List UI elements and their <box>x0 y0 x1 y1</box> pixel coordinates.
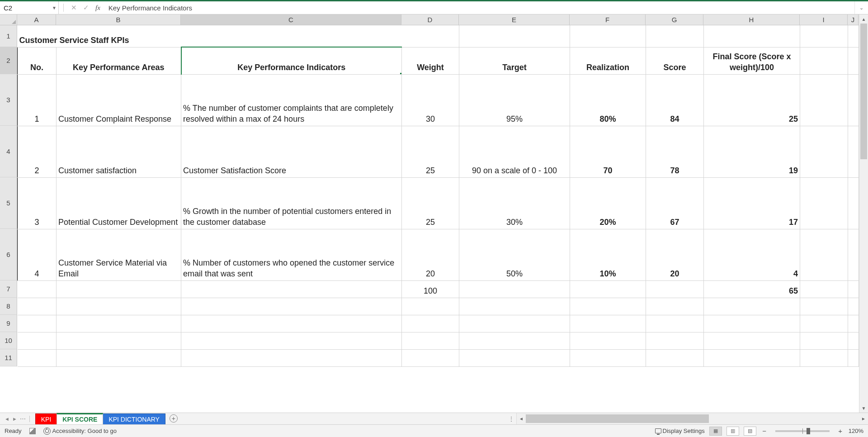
cell-H4[interactable]: 19 <box>704 126 800 177</box>
worksheet-grid[interactable]: ABCDEFGHIJ 1234567891011 Customer Servic… <box>0 14 868 413</box>
tab-nav-more-icon[interactable]: ⋯ <box>20 415 26 422</box>
column-header-H[interactable]: H <box>703 14 800 25</box>
cell-A5[interactable]: 3 <box>18 177 57 229</box>
cell-D9[interactable] <box>402 315 459 332</box>
zoom-slider[interactable] <box>775 430 830 432</box>
cancel-icon[interactable]: ✕ <box>71 4 77 12</box>
column-header-D[interactable]: D <box>401 14 459 25</box>
cell-D11[interactable] <box>402 349 459 366</box>
cell-G5[interactable]: 67 <box>646 177 704 229</box>
column-header-F[interactable]: F <box>570 14 646 25</box>
cell-E4[interactable]: 90 on a scale of 0 - 100 <box>459 126 570 177</box>
cell-F9[interactable] <box>570 315 646 332</box>
cell-A8[interactable] <box>18 298 57 315</box>
cell-F7[interactable] <box>570 280 646 298</box>
page-layout-view-button[interactable]: ▥ <box>726 427 739 436</box>
cell-J6[interactable] <box>848 229 859 280</box>
horizontal-scroll-thumb[interactable] <box>526 414 709 423</box>
display-settings-button[interactable]: Display Settings <box>655 428 705 434</box>
cell-G8[interactable] <box>646 298 704 315</box>
cell-E7[interactable] <box>459 280 570 298</box>
column-header-E[interactable]: E <box>459 14 570 25</box>
cell-D8[interactable] <box>402 298 459 315</box>
cell-E8[interactable] <box>459 298 570 315</box>
row-header-6[interactable]: 6 <box>0 229 17 280</box>
cell-F6[interactable]: 10% <box>570 229 646 280</box>
column-header-C[interactable]: C <box>181 14 401 25</box>
cell-H1[interactable] <box>704 25 800 47</box>
cell-C10[interactable] <box>181 332 402 349</box>
cell-H9[interactable] <box>704 315 800 332</box>
sheet-tab-kpi[interactable]: KPI <box>35 413 57 424</box>
cell-B5[interactable]: Potential Customer Development <box>57 177 181 229</box>
cell-B4[interactable]: Customer satisfaction <box>57 126 181 177</box>
cell-H10[interactable] <box>704 332 800 349</box>
tab-nav-next-icon[interactable]: ► <box>12 416 17 422</box>
cell-I1[interactable] <box>800 25 848 47</box>
header-A[interactable]: No. <box>18 47 57 74</box>
cell-A6[interactable]: 4 <box>18 229 57 280</box>
cell-J5[interactable] <box>848 177 859 229</box>
cell-I8[interactable] <box>800 298 848 315</box>
header-H[interactable]: Final Score (Score x weight)/100 <box>704 47 800 74</box>
cell-I7[interactable] <box>800 280 848 298</box>
cell-J7[interactable] <box>848 280 859 298</box>
column-header-B[interactable]: B <box>56 14 181 25</box>
cell-A9[interactable] <box>18 315 57 332</box>
cell-G10[interactable] <box>646 332 704 349</box>
tab-split-handle[interactable]: ⋮ <box>508 415 514 423</box>
cell-D10[interactable] <box>402 332 459 349</box>
row-header-4[interactable]: 4 <box>0 126 17 177</box>
select-all-corner[interactable] <box>0 14 17 25</box>
header-F[interactable]: Realization <box>570 47 646 74</box>
cell-B6[interactable]: Customer Service Material via Email <box>57 229 181 280</box>
row-header-5[interactable]: 5 <box>0 177 17 229</box>
column-header-J[interactable]: J <box>848 14 859 25</box>
cell-D4[interactable]: 25 <box>402 126 459 177</box>
cell-H7[interactable]: 65 <box>704 280 800 298</box>
fx-icon[interactable]: fx <box>95 4 100 12</box>
row-header-1[interactable]: 1 <box>0 25 17 47</box>
sheet-tab-kpi-score[interactable]: KPI SCORE <box>57 413 103 424</box>
row-header-10[interactable]: 10 <box>0 332 17 349</box>
cell-F1[interactable] <box>570 25 646 47</box>
cell-A11[interactable] <box>18 349 57 366</box>
zoom-level[interactable]: 120% <box>849 428 863 434</box>
cell-I11[interactable] <box>800 349 848 366</box>
cell-G6[interactable]: 20 <box>646 229 704 280</box>
cell-J3[interactable] <box>848 74 859 126</box>
cell-A7[interactable] <box>18 280 57 298</box>
cell-A10[interactable] <box>18 332 57 349</box>
cell-I9[interactable] <box>800 315 848 332</box>
header-B[interactable]: Key Performance Areas <box>57 47 181 74</box>
zoom-in-button[interactable]: + <box>837 427 844 435</box>
cell-J2[interactable] <box>848 47 859 74</box>
cell-C11[interactable] <box>181 349 402 366</box>
cell-C5[interactable]: % Growth in the number of potential cust… <box>181 177 402 229</box>
macro-record-icon[interactable] <box>29 428 36 435</box>
row-header-3[interactable]: 3 <box>0 74 17 126</box>
formula-bar-input[interactable]: Key Performance Indicators <box>104 4 854 12</box>
cell-G7[interactable] <box>646 280 704 298</box>
cell-F8[interactable] <box>570 298 646 315</box>
cell-A1[interactable]: Customer Service Staff KPIs <box>18 25 459 47</box>
cell-D5[interactable]: 25 <box>402 177 459 229</box>
cell-H5[interactable]: 17 <box>704 177 800 229</box>
cell-B8[interactable] <box>57 298 181 315</box>
cell-B11[interactable] <box>57 349 181 366</box>
cell-I5[interactable] <box>800 177 848 229</box>
cell-E10[interactable] <box>459 332 570 349</box>
cell-J1[interactable] <box>848 25 859 47</box>
row-header-11[interactable]: 11 <box>0 349 17 366</box>
cell-G4[interactable]: 78 <box>646 126 704 177</box>
cell-A4[interactable]: 2 <box>18 126 57 177</box>
add-sheet-button[interactable]: + <box>165 413 182 424</box>
cells[interactable]: Customer Service Staff KPIsNo.Key Perfor… <box>17 25 859 367</box>
cell-J10[interactable] <box>848 332 859 349</box>
sheet-tab-kpi-dictionary[interactable]: KPI DICTIONARY <box>103 413 165 424</box>
cell-G1[interactable] <box>646 25 704 47</box>
cell-E1[interactable] <box>459 25 570 47</box>
cell-J4[interactable] <box>848 126 859 177</box>
row-header-7[interactable]: 7 <box>0 280 17 298</box>
cell-F4[interactable]: 70 <box>570 126 646 177</box>
